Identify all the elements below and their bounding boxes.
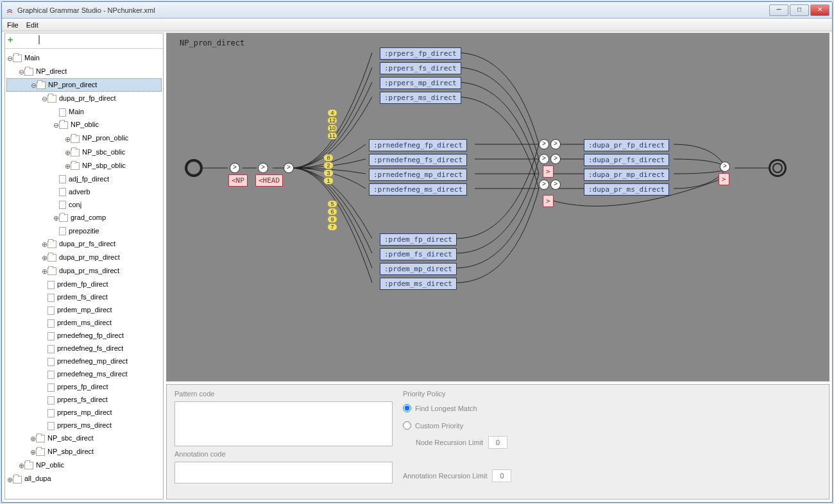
add-button[interactable]: + — [8, 36, 18, 46]
tree-node-dupa_pr_ms_direct[interactable]: ⊕dupa_pr_ms_direct — [6, 264, 162, 278]
menu-file[interactable]: File — [7, 21, 19, 29]
tree-node-NP_sbp_direct[interactable]: ⊕NP_sbp_direct — [6, 445, 162, 458]
graph-node[interactable]: :prdem_fp_direct — [380, 233, 457, 246]
graph-node[interactable]: :prnedefneg_fp_direct — [369, 139, 467, 151]
end-node[interactable] — [769, 159, 787, 177]
radio-longest-match[interactable]: Find Longest Match — [403, 404, 821, 412]
expander-icon[interactable]: ⊕ — [41, 252, 47, 264]
radio-custom-priority[interactable]: Custom Priority — [403, 421, 821, 430]
graph-node[interactable]: :prdem_fs_direct — [380, 248, 457, 260]
merge-node[interactable] — [720, 162, 730, 172]
expander-icon[interactable]: ⊕ — [18, 460, 24, 471]
merge-node[interactable] — [539, 139, 549, 149]
tree-node-NP_pron_direct[interactable]: ⊖NP_pron_direct — [6, 78, 162, 92]
tree-node-prepozitie[interactable]: prepozitie — [6, 224, 162, 237]
tree-node-prnedefneg_ms_direct[interactable]: prnedefneg_ms_direct — [6, 367, 162, 380]
pattern-code-input[interactable] — [174, 401, 393, 446]
expander-icon[interactable]: ⊖ — [30, 80, 37, 91]
tree-node-NP_sbp_oblic[interactable]: ⊕NP_sbp_oblic — [6, 159, 162, 172]
tree-node-prdem_fp_direct[interactable]: prdem_fp_direct — [6, 278, 162, 290]
expander-icon[interactable]: ⊕ — [30, 433, 36, 444]
tree-node-NP_oblic[interactable]: ⊖NP_oblic — [6, 118, 162, 131]
tree-node-conj[interactable]: conj — [6, 198, 162, 211]
graph-node[interactable]: :prpers_fs_direct — [380, 62, 461, 74]
graph-node[interactable]: :prnedefneg_mp_direct — [369, 169, 467, 181]
graph-node[interactable]: :prdem_ms_direct — [380, 278, 457, 290]
tag-close[interactable]: > — [543, 195, 554, 207]
tree-label: all_dupa — [24, 475, 51, 482]
tree-node-prpers_fp_direct[interactable]: prpers_fp_direct — [6, 380, 162, 393]
merge-node[interactable] — [539, 154, 549, 164]
annotation-recursion-input[interactable] — [492, 469, 511, 482]
tree-node-prnedefneg_fp_direct[interactable]: prnedefneg_fp_direct — [6, 329, 162, 342]
menu-edit[interactable]: Edit — [26, 21, 38, 29]
expander-icon[interactable]: ⊕ — [6, 474, 13, 485]
expander-icon[interactable]: ⊕ — [53, 212, 59, 224]
expander-icon[interactable]: ⊖ — [53, 119, 59, 131]
merge-node[interactable] — [550, 180, 561, 190]
merge-node[interactable] — [230, 163, 240, 173]
expander-icon[interactable]: ⊖ — [6, 53, 13, 64]
annotation-code-input[interactable] — [174, 462, 393, 483]
rename-button[interactable] — [38, 36, 49, 46]
maximize-button[interactable]: □ — [790, 4, 809, 16]
tree-node-prpers_ms_direct[interactable]: prpers_ms_direct — [6, 419, 162, 432]
tree-node-dupa_pr_fp_direct[interactable]: ⊖dupa_pr_fp_direct — [6, 92, 162, 105]
tree-node-prdem_mp_direct[interactable]: prdem_mp_direct — [6, 303, 162, 316]
tree-node-prpers_mp_direct[interactable]: prpers_mp_direct — [6, 406, 162, 419]
tree-node-dupa_pr_fs_direct[interactable]: ⊕dupa_pr_fs_direct — [6, 237, 162, 251]
tree-node-Main[interactable]: Main — [6, 105, 162, 118]
graph-node[interactable]: :prpers_fp_direct — [380, 47, 461, 60]
tree-node-prdem_fs_direct[interactable]: prdem_fs_direct — [6, 290, 162, 303]
minimize-button[interactable]: ─ — [769, 4, 788, 16]
tree-node-NP_sbc_oblic[interactable]: ⊕NP_sbc_oblic — [6, 146, 162, 159]
tag-close[interactable]: > — [719, 173, 729, 185]
tree-node-adverb[interactable]: adverb — [6, 185, 162, 198]
expander-icon[interactable]: ⊕ — [30, 446, 36, 458]
merge-node[interactable] — [539, 180, 549, 190]
tag-head[interactable]: <HEAD — [255, 174, 283, 187]
expander-icon[interactable]: ⊕ — [64, 133, 71, 145]
graph-node[interactable]: :dupa_pr_mp_direct — [584, 169, 669, 181]
tree-node-adj_fp_direct[interactable]: adj_fp_direct — [6, 172, 162, 185]
merge-node[interactable] — [550, 154, 561, 164]
tree-node-NP_pron_oblic[interactable]: ⊕NP_pron_oblic — [6, 131, 162, 145]
tree-view[interactable]: ⊖Main⊖NP_direct⊖NP_pron_direct⊖dupa_pr_f… — [5, 49, 163, 499]
graph-node[interactable]: :prnedefneg_fs_direct — [369, 154, 467, 166]
tree-node-NP_sbc_direct[interactable]: ⊕NP_sbc_direct — [6, 432, 162, 445]
expander-icon[interactable]: ⊕ — [64, 147, 71, 158]
remove-button[interactable] — [23, 36, 33, 46]
expander-icon[interactable]: ⊖ — [18, 66, 24, 78]
expander-icon[interactable]: ⊖ — [41, 93, 47, 105]
tag-close[interactable]: > — [543, 165, 554, 178]
graph-node[interactable]: :dupa_pr_ms_direct — [584, 183, 669, 196]
tree-node-prdem_ms_direct[interactable]: prdem_ms_direct — [6, 316, 162, 329]
graph-canvas[interactable]: NP_pron_direct — [166, 33, 830, 382]
tree-node-Main[interactable]: ⊖Main — [6, 51, 162, 65]
merge-node[interactable] — [258, 163, 268, 173]
expander-icon[interactable]: ⊕ — [41, 239, 47, 250]
tree-node-prnedefneg_fs_direct[interactable]: prnedefneg_fs_direct — [6, 342, 162, 355]
tag-np[interactable]: <NP — [228, 174, 248, 187]
graph-node[interactable]: :prnedefneg_ms_direct — [369, 183, 467, 196]
tree-node-prnedefneg_mp_direct[interactable]: prnedefneg_mp_direct — [6, 355, 162, 367]
expander-icon[interactable]: ⊕ — [64, 160, 71, 172]
graph-node[interactable]: :prdem_mp_direct — [380, 263, 457, 275]
tree-node-NP_oblic[interactable]: ⊕NP_oblic — [6, 458, 162, 472]
graph-node[interactable]: :dupa_pr_fp_direct — [584, 139, 669, 151]
expander-icon[interactable]: ⊕ — [41, 265, 47, 277]
tree-node-all_dupa[interactable]: ⊕all_dupa — [6, 472, 162, 485]
graph-node[interactable]: :dupa_pr_fs_direct — [584, 154, 669, 166]
merge-node[interactable] — [550, 139, 561, 149]
tree-node-prpers_fs_direct[interactable]: prpers_fs_direct — [6, 393, 162, 406]
tree-node-grad_comp[interactable]: ⊕grad_comp — [6, 211, 162, 224]
node-recursion-input[interactable] — [488, 436, 507, 449]
fanout-node[interactable] — [284, 163, 294, 173]
graph-node[interactable]: :prpers_ms_direct — [380, 92, 461, 104]
tree-node-NP_direct[interactable]: ⊖NP_direct — [6, 65, 162, 78]
start-node[interactable] — [185, 159, 203, 177]
titlebar[interactable]: Graphical Grammar Studio - NPchunker.xml… — [2, 2, 832, 19]
graph-node[interactable]: :prpers_mp_direct — [380, 77, 461, 89]
close-button[interactable]: ✕ — [810, 4, 830, 16]
tree-node-dupa_pr_mp_direct[interactable]: ⊕dupa_pr_mp_direct — [6, 251, 162, 264]
